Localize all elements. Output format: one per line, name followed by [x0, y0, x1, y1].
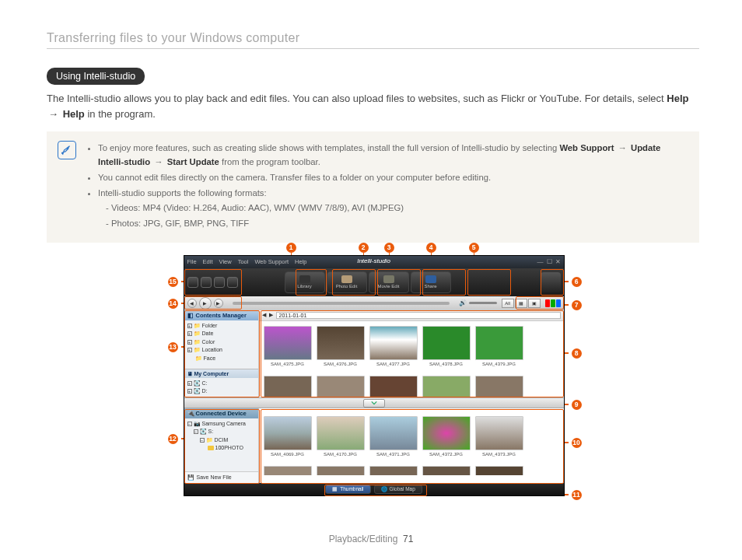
callout-9: 9 [572, 400, 582, 410]
callout-14: 14 [168, 299, 178, 309]
menu-help[interactable]: Help [295, 258, 306, 265]
close-icon[interactable]: ✕ [555, 258, 561, 265]
callout-1: 1 [286, 243, 296, 253]
app-figure: 1 2 3 4 5 15 14 13 12 6 7 8 9 10 11 Inte… [171, 255, 576, 496]
intro-paragraph: The Intelli-studio allows you to play ba… [47, 91, 699, 122]
thumbnail[interactable]: SAM_4376.JPG [317, 326, 365, 366]
globe-icon: 🌐 [381, 486, 387, 492]
tab-library[interactable]: Library [285, 271, 325, 293]
callout-11: 11 [572, 490, 582, 500]
connected-device-header: 🔌 Connected Device [184, 408, 258, 418]
folder-icon [208, 446, 214, 450]
contents-manager-header: ◧Contents Manager [184, 310, 258, 320]
play-button[interactable]: ▶ [199, 297, 212, 310]
footer-thumbnail-button[interactable]: ▦Thumbnail [325, 485, 370, 494]
rgb-filter[interactable] [545, 299, 561, 307]
maximize-icon[interactable]: ☐ [547, 258, 552, 265]
callout-8: 8 [572, 348, 582, 359]
prev-button[interactable]: ◀ [187, 299, 197, 308]
header-rule [47, 48, 699, 49]
thumbnail[interactable]: SAM_4379.JPG [475, 326, 523, 366]
device-tree[interactable]: –📷Samsung Camera –💽S: –📁DCIM 100PHOTO [184, 418, 258, 454]
note-item: You cannot edit files directly on the ca… [98, 170, 688, 184]
callout-15: 15 [168, 277, 178, 287]
note-subitem: Photos: JPG, GIF, BMP, PNG, TIFF [106, 216, 688, 230]
thumbnail[interactable]: SAM_4373.JPG [475, 416, 523, 457]
note-box: To enjoy more features, such as creating… [47, 131, 699, 242]
menu-bar[interactable]: File Edit View Tool Web Support Help [187, 258, 307, 265]
thumbnail[interactable]: SAM_4378.JPG [422, 326, 471, 366]
thumbnail[interactable]: SAM_4372.JPG [422, 416, 471, 457]
volume-icon[interactable]: 🔊 [459, 299, 467, 306]
menu-websupport[interactable]: Web Support [254, 258, 289, 265]
next-button[interactable]: ▶ [214, 299, 223, 308]
callout-7: 7 [572, 300, 582, 310]
my-computer-header: 🖥 My Computer [184, 369, 258, 378]
preview-button[interactable] [541, 272, 561, 292]
content-bottom: SAM_4069.JPG SAM_4170.JPG SAM_4371.JPG S… [259, 408, 564, 483]
thumbnail[interactable]: SAM_4069.JPG [264, 416, 312, 457]
save-new-file[interactable]: 💾Save New File [184, 471, 258, 483]
control-bar: ◀ ▶ ▶ 🔊 All ▦ ▣ [184, 296, 564, 310]
callout-3: 3 [384, 243, 394, 253]
view-all-button[interactable]: All [502, 299, 514, 308]
view-photo-icon[interactable]: ▦ [515, 299, 527, 308]
tab-share[interactable]: Share [411, 271, 451, 293]
thumbnail[interactable]: SAM_4375.JPG [264, 326, 312, 366]
app-brand: Intelli-studio [357, 257, 390, 264]
callout-13: 13 [168, 342, 178, 352]
page-footer: Playback/Editing 71 [0, 534, 742, 544]
callout-4: 4 [426, 243, 436, 253]
menu-file[interactable]: File [187, 258, 197, 265]
view-video-icon[interactable]: ▣ [528, 299, 541, 308]
note-subitem: Videos: MP4 (Video: H.264, Audio: AAC), … [106, 201, 688, 215]
splitter[interactable] [184, 397, 564, 408]
callout-12: 12 [168, 434, 178, 444]
contents-tree[interactable]: +📁Folder +📁Date +📁Color +📁Location 📁Face [184, 320, 258, 365]
toolbar: Library Photo Edit Movie Edit Share [184, 268, 564, 296]
grid-icon: ▦ [332, 486, 338, 492]
volume-slider[interactable] [469, 302, 497, 304]
menu-tool[interactable]: Tool [238, 258, 249, 265]
breadcrumb[interactable]: ◀▶2011-01-01 [259, 310, 564, 321]
sidebar-top: ◧Contents Manager +📁Folder +📁Date +📁Colo… [184, 310, 259, 397]
callout-6: 6 [572, 277, 582, 287]
tool-button[interactable] [214, 277, 225, 288]
app-footer: ▦Thumbnail 🌐Global Map [184, 483, 564, 495]
note-item: To enjoy more features, such as creating… [98, 141, 688, 169]
section-pill: Using Intelli-studio [47, 68, 145, 85]
app-window: Intelli-studio File Edit View T [184, 255, 565, 496]
note-icon [58, 141, 76, 159]
note-item: Intelli-studio supports the following fo… [98, 186, 688, 229]
sidebar-bottom: 🔌 Connected Device –📷Samsung Camera –💽S:… [184, 408, 259, 483]
content-top: ◀▶2011-01-01 SAM_4375.JPG SAM_4376.JPG S… [259, 310, 564, 397]
seek-bar[interactable] [233, 302, 450, 305]
footer-globalmap-button[interactable]: 🌐Global Map [374, 485, 422, 494]
thumbnail[interactable]: SAM_4371.JPG [369, 416, 418, 457]
menu-view[interactable]: View [219, 258, 232, 265]
thumbnail[interactable]: SAM_4170.JPG [317, 416, 365, 457]
menu-edit[interactable]: Edit [203, 258, 213, 265]
callout-2: 2 [359, 243, 369, 253]
page-header: Transferring files to your Windows compu… [47, 31, 699, 45]
tool-button[interactable] [227, 277, 238, 288]
callout-5: 5 [469, 243, 479, 253]
splitter-handle[interactable] [363, 399, 385, 408]
tool-button[interactable] [187, 277, 198, 288]
tool-button[interactable] [201, 277, 212, 288]
minimize-icon[interactable]: — [537, 258, 544, 265]
callout-10: 10 [572, 438, 582, 448]
tab-movie-edit[interactable]: Movie Edit [369, 271, 409, 293]
tab-photo-edit[interactable]: Photo Edit [327, 271, 367, 293]
thumbnail[interactable]: SAM_4377.JPG [369, 326, 418, 366]
